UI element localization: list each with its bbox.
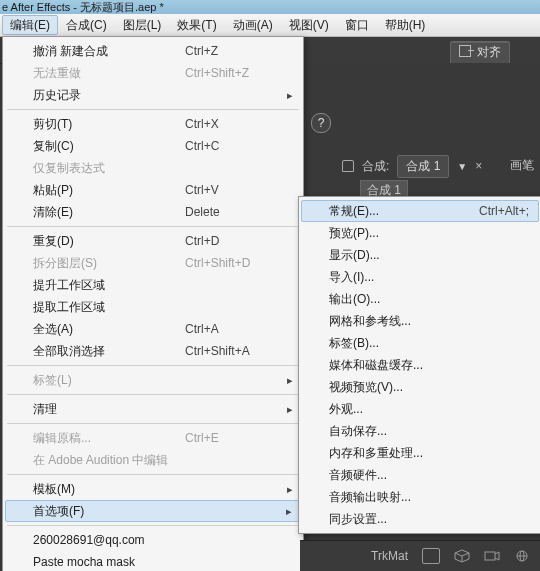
menu-item-label: 输出(O)...: [329, 291, 529, 308]
menu-item-label: 清除(E): [33, 204, 155, 221]
preferences-submenu: 常规(E)...Ctrl+Alt+;预览(P)...显示(D)...导入(I).…: [298, 196, 540, 534]
menu-layer[interactable]: 图层(L): [115, 15, 170, 35]
menu-item-accel: Ctrl+E: [185, 431, 279, 445]
menu-item-label: 剪切(T): [33, 116, 155, 133]
preferences-item[interactable]: 视频预览(V)...: [301, 376, 539, 398]
menu-item-label: 媒体和磁盘缓存...: [329, 357, 529, 374]
menu-item-accel: Ctrl+C: [185, 139, 279, 153]
edit-menu-item[interactable]: 全选(A)Ctrl+A: [5, 318, 301, 340]
menu-item-label: 全选(A): [33, 321, 155, 338]
preferences-item[interactable]: 外观...: [301, 398, 539, 420]
edit-menu-item: 编辑原稿...Ctrl+E: [5, 427, 301, 449]
edit-menu-item[interactable]: 提升工作区域: [5, 274, 301, 296]
menu-edit[interactable]: 编辑(E): [2, 15, 58, 35]
menu-view[interactable]: 视图(V): [281, 15, 337, 35]
edit-menu-item[interactable]: 粘贴(P)Ctrl+V: [5, 179, 301, 201]
align-label: 对齐: [477, 45, 501, 59]
preferences-item[interactable]: 网格和参考线...: [301, 310, 539, 332]
menu-item-label: 编辑原稿...: [33, 430, 155, 447]
menu-item-label: 历史记录: [33, 87, 279, 104]
menu-item-label: 重复(D): [33, 233, 155, 250]
menu-item-accel: Ctrl+Shift+Z: [185, 66, 279, 80]
edit-menu-item[interactable]: 260028691@qq.com: [5, 529, 301, 551]
menu-item-label: 无法重做: [33, 65, 155, 82]
menu-item-label: 拆分图层(S): [33, 255, 155, 272]
edit-menu-item[interactable]: 重复(D)Ctrl+D: [5, 230, 301, 252]
menu-item-label: 音频输出映射...: [329, 489, 529, 506]
preferences-item[interactable]: 音频硬件...: [301, 464, 539, 486]
svg-line-5: [462, 559, 469, 562]
menu-item-accel: Ctrl+D: [185, 234, 279, 248]
menu-item-label: 粘贴(P): [33, 182, 155, 199]
menu-item-label: 标签(L): [33, 372, 279, 389]
preferences-item[interactable]: 导入(I)...: [301, 266, 539, 288]
menu-composition[interactable]: 合成(C): [58, 15, 115, 35]
menu-item-label: 音频硬件...: [329, 467, 529, 484]
preferences-item[interactable]: 自动保存...: [301, 420, 539, 442]
camera-icon[interactable]: [422, 548, 440, 564]
menu-animation[interactable]: 动画(A): [225, 15, 281, 35]
preferences-item[interactable]: 内存和多重处理...: [301, 442, 539, 464]
edit-menu-item[interactable]: 历史记录: [5, 84, 301, 106]
edit-menu-item: 仅复制表达式: [5, 157, 301, 179]
edit-menu-item[interactable]: 撤消 新建合成Ctrl+Z: [5, 40, 301, 62]
menu-help[interactable]: 帮助(H): [377, 15, 434, 35]
menu-separator: [7, 109, 299, 110]
cube-icon[interactable]: [454, 549, 470, 563]
menu-separator: [7, 365, 299, 366]
menu-item-label: 自动保存...: [329, 423, 529, 440]
menu-window[interactable]: 窗口: [337, 15, 377, 35]
menu-item-accel: Ctrl+Z: [185, 44, 279, 58]
brush-tab[interactable]: 画笔: [510, 157, 534, 174]
preferences-item[interactable]: 预览(P)...: [301, 222, 539, 244]
menu-item-label: 模板(M): [33, 481, 279, 498]
edit-menu-item: 在 Adobe Audition 中编辑: [5, 449, 301, 471]
render-icon[interactable]: [484, 549, 500, 563]
edit-menu-item: 标签(L): [5, 369, 301, 391]
menu-item-accel: Ctrl+Shift+D: [185, 256, 279, 270]
comp-tab[interactable]: 合成 1: [397, 155, 449, 178]
menu-item-label: 复制(C): [33, 138, 155, 155]
preferences-item[interactable]: 媒体和磁盘缓存...: [301, 354, 539, 376]
edit-menu-item[interactable]: Paste mocha mask: [5, 551, 301, 571]
preferences-item[interactable]: 常规(E)...Ctrl+Alt+;: [301, 200, 539, 222]
menu-item-label: 视频预览(V)...: [329, 379, 529, 396]
preferences-item[interactable]: 同步设置...: [301, 508, 539, 530]
menu-item-accel: Ctrl+Alt+;: [457, 204, 529, 218]
edit-menu-item[interactable]: 清理: [5, 398, 301, 420]
preferences-item[interactable]: 输出(O)...: [301, 288, 539, 310]
align-icon: [459, 45, 471, 57]
edit-menu-item[interactable]: 模板(M): [5, 478, 301, 500]
edit-menu-item[interactable]: 首选项(F): [5, 500, 301, 522]
edit-menu-item[interactable]: 剪切(T)Ctrl+X: [5, 113, 301, 135]
menu-item-label: 显示(D)...: [329, 247, 529, 264]
globe-icon[interactable]: [514, 549, 530, 563]
help-icon[interactable]: ?: [311, 113, 331, 133]
menu-item-label: 标签(B)...: [329, 335, 529, 352]
menu-effect[interactable]: 效果(T): [169, 15, 224, 35]
edit-menu-item[interactable]: 清除(E)Delete: [5, 201, 301, 223]
menu-separator: [7, 525, 299, 526]
menu-item-accel: Ctrl+X: [185, 117, 279, 131]
menubar: 编辑(E) 合成(C) 图层(L) 效果(T) 动画(A) 视图(V) 窗口 帮…: [0, 14, 540, 37]
menu-item-label: Paste mocha mask: [33, 555, 279, 569]
preferences-item[interactable]: 显示(D)...: [301, 244, 539, 266]
edit-menu-item[interactable]: 全部取消选择Ctrl+Shift+A: [5, 340, 301, 362]
edit-menu-item[interactable]: 提取工作区域: [5, 296, 301, 318]
menu-separator: [7, 474, 299, 475]
menu-separator: [7, 423, 299, 424]
menu-item-label: 260028691@qq.com: [33, 533, 279, 547]
preferences-item[interactable]: 音频输出映射...: [301, 486, 539, 508]
lock-icon[interactable]: [342, 160, 354, 172]
menu-item-label: 同步设置...: [329, 511, 529, 528]
menu-item-accel: Delete: [185, 205, 279, 219]
menu-item-label: 常规(E)...: [329, 203, 427, 220]
align-button[interactable]: 对齐: [450, 41, 510, 64]
edit-menu-item[interactable]: 复制(C)Ctrl+C: [5, 135, 301, 157]
edit-menu-item: 无法重做Ctrl+Shift+Z: [5, 62, 301, 84]
chevron-down-icon[interactable]: ▼: [457, 161, 467, 172]
close-icon[interactable]: ×: [475, 159, 482, 173]
svg-marker-0: [455, 550, 469, 556]
svg-rect-6: [485, 552, 495, 560]
preferences-item[interactable]: 标签(B)...: [301, 332, 539, 354]
